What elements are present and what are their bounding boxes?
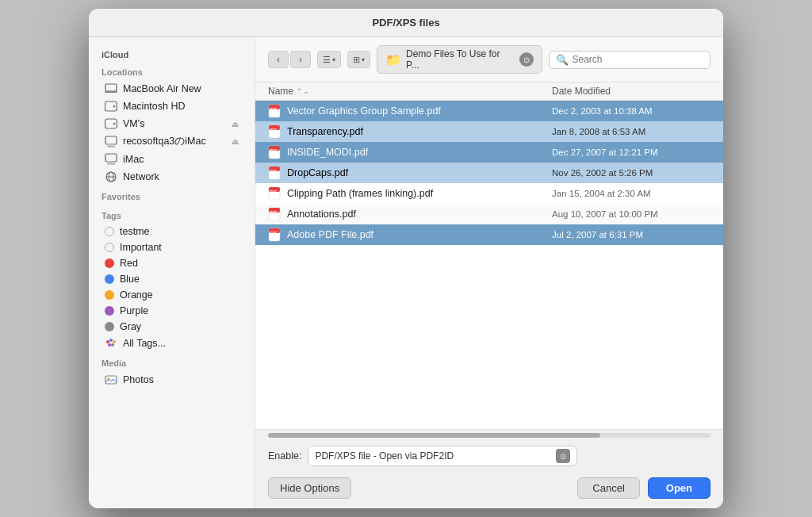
file-name: INSIDE_MODI.pdf: [287, 147, 546, 158]
sidebar-item-recosoftqa3[interactable]: recosoftqa3のiMac ⏏: [92, 132, 251, 151]
back-button[interactable]: ‹: [268, 51, 289, 68]
file-date: Jul 2, 2007 at 6:31 PM: [552, 230, 710, 239]
svg-rect-10: [109, 162, 113, 163]
list-view-button[interactable]: ☰ ▾: [317, 51, 341, 68]
list-view-chevron: ▾: [332, 56, 335, 63]
sidebar-item-photos[interactable]: Photos: [92, 371, 251, 389]
sidebar-label-macintoshhd: Macintosh HD: [123, 101, 186, 112]
search-box[interactable]: 🔍: [549, 51, 711, 69]
svg-rect-7: [109, 144, 113, 146]
sidebar-section-media: Media: [89, 352, 255, 371]
pdf-icon: PDF: [268, 207, 281, 221]
sidebar-item-tag-testme[interactable]: testme: [92, 224, 251, 239]
svg-text:PDF: PDF: [270, 190, 278, 194]
select-arrow-icon: ⊙: [556, 449, 570, 463]
sidebar-label-network: Network: [123, 171, 159, 182]
imac-icon-recosoftqa3: [105, 136, 117, 148]
sidebar-item-imac[interactable]: iMac: [92, 151, 251, 168]
pdf-icon: PDF: [268, 104, 281, 118]
file-name: Transparency.pdf: [287, 126, 546, 137]
pdf-icon: PDF: [268, 124, 281, 139]
tag-dot-red: [105, 258, 114, 268]
file-date: Aug 10, 2007 at 10:00 PM: [552, 209, 710, 219]
file-date: Dec 2, 2003 at 10:38 AM: [552, 106, 710, 116]
sidebar-item-tag-red[interactable]: Red: [92, 255, 251, 271]
file-row[interactable]: PDF Clipping Path (frames linking).pdf J…: [255, 183, 723, 204]
file-row[interactable]: PDF Annotations.pdf Aug 10, 2007 at 10:0…: [255, 204, 723, 224]
sidebar-item-network[interactable]: Network: [92, 168, 251, 186]
file-list-header: Name ⌃⌄ Date Modified: [255, 82, 723, 101]
hdd-icon-vms: [105, 117, 117, 130]
sidebar-item-tag-orange[interactable]: Orange: [92, 287, 251, 303]
svg-text:PDF: PDF: [270, 108, 278, 112]
sidebar-item-macintosh-hd[interactable]: Macintosh HD: [92, 98, 251, 115]
pdf-icon: PDF: [268, 166, 281, 180]
col-date-label: Date Modified: [552, 86, 611, 97]
svg-text:PDF: PDF: [270, 128, 278, 132]
sidebar-item-tag-purple[interactable]: Purple: [92, 303, 251, 319]
sidebar-item-vms[interactable]: VM's ⏏: [92, 115, 251, 132]
sidebar-item-tag-important[interactable]: Important: [92, 239, 251, 255]
open-button[interactable]: Open: [648, 477, 710, 499]
forward-button[interactable]: ›: [290, 51, 311, 68]
hdd-icon: [105, 100, 117, 113]
file-row[interactable]: PDF Adobe PDF File.pdf Jul 2, 2007 at 6:…: [255, 224, 723, 245]
path-selector[interactable]: 📁 Demo Files To Use for P... ⊙: [377, 45, 542, 74]
hide-options-button[interactable]: Hide Options: [268, 477, 351, 499]
tag-dot-orange: [105, 290, 114, 300]
sidebar-label-macbook: MacBook Air New: [123, 83, 201, 94]
svg-rect-1: [105, 91, 117, 93]
sidebar: iCloud Locations MacBook Air New: [89, 37, 255, 508]
svg-text:PDF: PDF: [270, 232, 278, 236]
options-row: Enable: PDF/XPS file - Open via PDF2ID ⊙: [255, 439, 723, 473]
photos-icon: [105, 373, 117, 386]
toolbar: ‹ › ☰ ▾ ⊞ ▾ 📁 Demo Files To Use for P...…: [255, 37, 723, 82]
file-name: DropCaps.pdf: [287, 167, 546, 178]
bottom-bar: Enable: PDF/XPS file - Open via PDF2ID ⊙…: [255, 429, 723, 508]
file-row[interactable]: PDF Transparency.pdf Jan 8, 2008 at 6:53…: [255, 121, 723, 142]
cancel-button[interactable]: Cancel: [577, 477, 639, 499]
scrollbar-thumb[interactable]: [268, 433, 600, 438]
svg-text:PDF: PDF: [270, 211, 278, 215]
buttons-row: Hide Options Cancel Open: [255, 473, 723, 508]
svg-point-17: [113, 340, 116, 343]
tag-dot-blue: [105, 274, 114, 284]
tag-label-testme: testme: [120, 226, 150, 237]
file-list: PDF Vector Graphics Group Sample.pdf Dec…: [255, 101, 723, 429]
eject-icon-recosoftqa3[interactable]: ⏏: [232, 137, 239, 146]
file-row[interactable]: PDF Vector Graphics Group Sample.pdf Dec…: [255, 101, 723, 121]
enable-value: PDF/XPS file - Open via PDF2ID: [315, 450, 454, 461]
sort-chevron: ⌃⌄: [297, 87, 309, 95]
list-view-icon: ☰: [323, 55, 331, 65]
grid-view-button[interactable]: ⊞ ▾: [347, 51, 370, 68]
scrollbar-track: [268, 433, 710, 438]
nav-buttons: ‹ ›: [268, 51, 311, 68]
file-date: Dec 27, 2007 at 12:21 PM: [552, 147, 710, 157]
sidebar-item-tag-blue[interactable]: Blue: [92, 271, 251, 287]
sidebar-item-tag-all[interactable]: All Tags...: [92, 335, 251, 352]
file-row[interactable]: PDF DropCaps.pdf Nov 26, 2002 at 5:26 PM: [255, 163, 723, 183]
dialog-titlebar: PDF/XPS files: [89, 9, 723, 37]
svg-point-5: [113, 123, 116, 125]
svg-text:PDF: PDF: [270, 149, 278, 153]
eject-icon-vms[interactable]: ⏏: [232, 120, 239, 128]
svg-point-19: [111, 343, 114, 347]
sidebar-item-tag-gray[interactable]: Gray: [92, 319, 251, 335]
search-input[interactable]: [573, 54, 704, 65]
path-dropdown-icon[interactable]: ⊙: [519, 52, 534, 67]
file-name: Vector Graphics Group Sample.pdf: [287, 105, 546, 117]
open-file-dialog: PDF/XPS files iCloud Locations MacBook A…: [89, 9, 723, 508]
enable-select[interactable]: PDF/XPS file - Open via PDF2ID ⊙: [308, 446, 577, 466]
sidebar-label-recosoftqa3: recosoftqa3のiMac: [123, 135, 206, 148]
sidebar-item-macbook[interactable]: MacBook Air New: [92, 80, 251, 98]
tag-dot-purple: [105, 306, 114, 316]
svg-point-3: [113, 105, 116, 108]
pdf-icon: PDF: [268, 145, 281, 159]
tag-label-purple: Purple: [120, 305, 148, 316]
file-row[interactable]: PDF INSIDE_MODI.pdf Dec 27, 2007 at 12:2…: [255, 142, 723, 163]
tag-circle-testme: [105, 227, 114, 236]
svg-rect-11: [107, 163, 115, 165]
scrollbar-row: [255, 430, 723, 439]
sidebar-label-photos: Photos: [123, 374, 154, 385]
svg-rect-0: [105, 84, 117, 91]
